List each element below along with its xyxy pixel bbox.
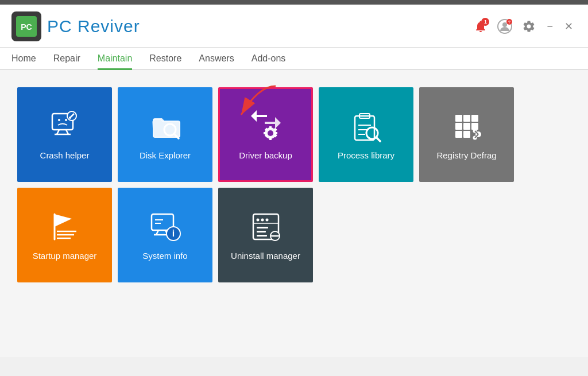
svg-point-12 xyxy=(65,119,67,121)
nav-repair[interactable]: Repair xyxy=(53,48,80,70)
nav-home[interactable]: Home xyxy=(11,48,36,70)
svg-rect-40 xyxy=(455,131,462,138)
main-nav: Home Repair Maintain Restore Answers Add… xyxy=(0,48,588,70)
tile-registry-defrag[interactable]: Registry Defrag xyxy=(419,87,514,182)
header-controls: 1 ? − ✕ xyxy=(471,17,577,36)
system-info-icon: i xyxy=(148,210,183,244)
svg-rect-20 xyxy=(269,137,272,140)
startup-manager-label: Startup manager xyxy=(33,251,97,261)
svg-rect-41 xyxy=(463,131,470,138)
tile-system-info[interactable]: i System info xyxy=(118,188,212,282)
svg-point-3 xyxy=(502,22,507,27)
disk-explorer-label: Disk Explorer xyxy=(140,150,191,160)
app-title: PC Reviver xyxy=(47,17,140,36)
uninstall-manager-label: Uninstall manager xyxy=(231,251,300,261)
settings-button[interactable] xyxy=(519,17,539,36)
svg-rect-21 xyxy=(264,132,266,134)
svg-rect-36 xyxy=(471,115,478,122)
svg-rect-65 xyxy=(257,231,266,232)
svg-rect-39 xyxy=(471,123,478,130)
process-library-label: Process library xyxy=(338,150,394,160)
nav-maintain[interactable]: Maintain xyxy=(98,48,132,70)
notification-button[interactable]: 1 xyxy=(471,17,490,36)
nav-answers[interactable]: Answers xyxy=(199,48,234,70)
startup-manager-icon xyxy=(48,210,82,244)
svg-point-11 xyxy=(58,119,60,121)
tile-startup-manager[interactable]: Startup manager xyxy=(17,188,112,282)
svg-point-61 xyxy=(261,219,264,222)
tile-crash-helper[interactable]: Crash helper xyxy=(17,87,112,182)
tiles-grid: Crash helper Disk Explorer xyxy=(17,87,571,282)
svg-rect-34 xyxy=(455,115,462,122)
svg-point-62 xyxy=(265,219,268,222)
driver-backup-label: Driver backup xyxy=(239,150,292,160)
notification-badge: 1 xyxy=(481,18,489,26)
minimize-button[interactable]: − xyxy=(543,20,556,33)
close-button[interactable]: ✕ xyxy=(561,20,577,33)
svg-rect-66 xyxy=(257,235,267,237)
svg-point-14 xyxy=(69,117,71,119)
uninstall-manager-icon xyxy=(249,210,283,244)
svg-point-18 xyxy=(268,130,273,136)
arrow-annotation xyxy=(224,80,293,129)
nav-restore[interactable]: Restore xyxy=(149,48,181,70)
crash-helper-label: Crash helper xyxy=(40,150,90,160)
system-info-label: System info xyxy=(142,251,187,261)
app-logo: PC xyxy=(11,11,41,41)
svg-text:i: i xyxy=(172,228,174,238)
registry-defrag-label: Registry Defrag xyxy=(436,150,496,160)
registry-defrag-icon xyxy=(450,109,484,144)
process-library-icon xyxy=(349,109,384,144)
user-button[interactable]: ? xyxy=(495,17,514,36)
svg-line-33 xyxy=(376,137,380,141)
main-content: Crash helper Disk Explorer xyxy=(0,70,588,357)
disk-explorer-icon xyxy=(148,109,183,144)
svg-rect-37 xyxy=(455,123,462,130)
crash-helper-icon xyxy=(48,109,82,144)
svg-point-60 xyxy=(256,219,259,222)
svg-rect-22 xyxy=(274,132,277,134)
header: PC PC Reviver 1 ? − ✕ xyxy=(0,5,588,48)
svg-text:?: ? xyxy=(508,20,510,24)
title-bar xyxy=(0,0,588,5)
svg-text:PC: PC xyxy=(21,22,32,32)
logo-area: PC PC Reviver xyxy=(11,11,140,41)
tile-disk-explorer[interactable]: Disk Explorer xyxy=(118,87,212,182)
svg-rect-38 xyxy=(463,123,470,130)
tile-process-library[interactable]: Process library xyxy=(319,87,413,182)
svg-rect-64 xyxy=(257,227,268,228)
tile-uninstall-manager[interactable]: Uninstall manager xyxy=(218,188,313,282)
svg-rect-35 xyxy=(463,115,470,122)
nav-addons[interactable]: Add-ons xyxy=(252,48,286,70)
